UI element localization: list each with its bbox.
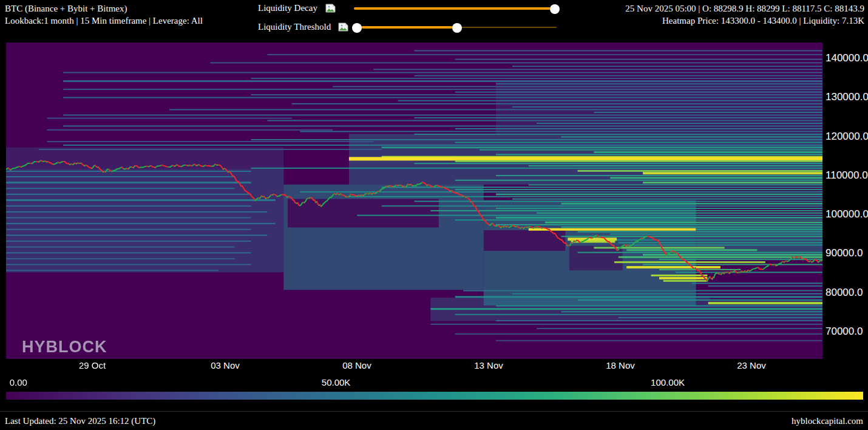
y-tick-label: 140000.0 — [826, 52, 868, 64]
y-tick-label: 80000.0 — [826, 287, 863, 299]
y-tick-label: 120000.0 — [826, 131, 868, 143]
footer: Last Updated: 25 Nov 2025 16:12 (UTC) hy… — [0, 411, 868, 430]
ohlc-readout: 25 Nov 2025 05:00 | O: 88298.9 H: 88299 … — [625, 2, 864, 15]
heatmap-readout: Heatmap Price: 143300.0 - 143400.0 | Liq… — [625, 15, 864, 27]
liquidity-threshold-slider[interactable] — [354, 27, 557, 28]
colorbar-tick-label: 50.00K — [322, 377, 351, 387]
y-tick-label: 100000.0 — [826, 208, 868, 220]
last-updated: Last Updated: 25 Nov 2025 16:12 (UTC) — [5, 416, 155, 426]
liquidity-decay-label: Liquidity Decay — [258, 3, 317, 13]
title-block: BTC (Binance + Bybit + Bitmex) Lookback:… — [5, 2, 203, 27]
liquidity-threshold-thumb-low[interactable] — [352, 23, 362, 33]
liquidity-threshold-label: Liquidity Threshold — [258, 22, 331, 32]
hyblock-watermark: HYBLOCK — [22, 338, 107, 357]
broken-image-icon — [325, 4, 336, 13]
x-tick-label: 29 Oct — [79, 360, 106, 370]
chart-subtitle: Lookback:1 month | 15 Min timeframe | Le… — [5, 15, 203, 27]
colorbar-tick-label: 0.00 — [10, 377, 27, 387]
x-tick-label: 13 Nov — [474, 360, 503, 370]
liquidity-decay-thumb[interactable] — [550, 4, 560, 14]
liquidity-decay-slider[interactable] — [354, 8, 557, 9]
y-tick-label: 130000.0 — [826, 91, 868, 103]
liquidation-heatmap-canvas[interactable] — [6, 43, 822, 359]
broken-image-icon — [338, 22, 348, 32]
y-tick-label: 110000.0 — [826, 169, 868, 182]
liquidity-decay-row: Liquidity Decay — [258, 2, 568, 15]
x-axis-labels: 29 Oct03 Nov08 Nov13 Nov18 Nov23 Nov — [6, 360, 822, 372]
colorbar-gradient — [6, 392, 863, 400]
colorbar-tick-label: 100.00K — [651, 377, 685, 387]
liquidity-decay-fill — [354, 7, 555, 10]
info-block: 25 Nov 2025 05:00 | O: 88298.9 H: 88299 … — [625, 2, 864, 27]
x-tick-label: 08 Nov — [342, 360, 371, 370]
liquidity-threshold-fill — [357, 26, 457, 29]
slider-block: Liquidity Decay Liquidity Threshold — [258, 0, 568, 38]
chart-title: BTC (Binance + Bybit + Bitmex) — [5, 2, 203, 15]
colorbar-zone: 0.0050.00K100.00K — [0, 375, 868, 403]
colorbar-labels: 0.0050.00K100.00K — [6, 377, 863, 388]
liquidity-threshold-row: Liquidity Threshold — [258, 21, 568, 33]
x-tick-label: 23 Nov — [737, 360, 766, 370]
liquidity-threshold-thumb-high[interactable] — [452, 23, 462, 33]
top-bar: BTC (Binance + Bybit + Bitmex) Lookback:… — [0, 0, 868, 38]
y-tick-label: 70000.0 — [826, 326, 863, 338]
x-tick-label: 03 Nov — [211, 360, 240, 370]
y-axis-labels: 140000.0130000.0120000.0110000.0100000.0… — [826, 43, 868, 359]
chart-area: HYBLOCK 140000.0130000.0120000.0110000.0… — [0, 38, 868, 370]
x-tick-label: 18 Nov — [606, 360, 635, 370]
site-link[interactable]: hyblockcapital.com — [792, 416, 863, 426]
y-tick-label: 90000.0 — [826, 247, 863, 259]
